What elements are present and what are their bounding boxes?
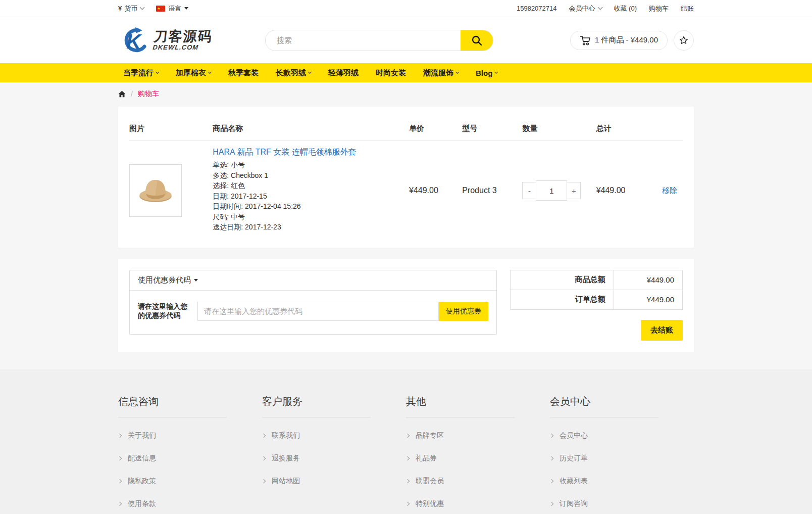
nav-item[interactable]: 加厚棉衣: [176, 68, 211, 78]
search-button[interactable]: [461, 30, 493, 51]
order-totals: 商品总额 ¥449.00 订单总额 ¥449.00 去结账: [510, 270, 683, 341]
chevron-down-icon: [140, 5, 145, 10]
footer-link-label[interactable]: 历史订单: [560, 454, 588, 463]
footer-divider: [118, 417, 227, 417]
currency-selector[interactable]: ¥ 货币: [118, 4, 144, 13]
footer-column-title: 其他: [406, 395, 550, 408]
col-header-total: 总计: [596, 118, 662, 141]
nav-item-label: 秋季套装: [228, 68, 259, 78]
footer-link-item[interactable]: 网站地图: [262, 477, 406, 486]
chevron-right-icon: [262, 433, 266, 437]
cart-icon: [580, 35, 591, 45]
coupon-box: 使用优惠券代码 请在这里输入您的优惠券代码 使用优惠券: [129, 270, 497, 335]
footer-link-label[interactable]: 联系我们: [272, 431, 300, 440]
chevron-down-icon: [597, 5, 602, 10]
chevron-right-icon: [405, 501, 410, 505]
product-option: 日期时间: 2017-12-04 15:26: [213, 201, 409, 212]
footer-link-label[interactable]: 礼品券: [416, 454, 437, 463]
nav-item[interactable]: 秋季套装: [228, 68, 259, 78]
header: K 刀客源码 DKEWL.COM: [0, 17, 812, 63]
coupon-code-input[interactable]: [197, 302, 439, 321]
footer-link-label[interactable]: 联盟会员: [416, 477, 444, 486]
triangle-down-icon: [194, 279, 198, 282]
footer-link-item[interactable]: 退换服务: [262, 454, 406, 463]
product-thumbnail[interactable]: [129, 164, 182, 217]
search-bar: [265, 30, 493, 51]
coupon-panel-toggle[interactable]: 使用优惠券代码: [130, 270, 496, 291]
footer-link-item[interactable]: 特别优惠: [406, 499, 550, 508]
quantity-decrease-button[interactable]: -: [522, 182, 536, 199]
footer-link-item[interactable]: 隐私政策: [118, 477, 262, 486]
quantity-increase-button[interactable]: +: [567, 182, 581, 199]
footer-column-title: 会员中心: [550, 395, 694, 408]
cart-pill-label: 1 件商品 - ¥449.00: [595, 35, 658, 45]
nav-item[interactable]: 长款羽绒: [276, 68, 311, 78]
currency-label: 货币: [124, 4, 137, 13]
footer-link-item[interactable]: 收藏列表: [550, 477, 694, 486]
footer-link-label[interactable]: 关于我们: [128, 431, 156, 440]
footer-link-item[interactable]: 配送信息: [118, 454, 262, 463]
language-selector[interactable]: ★ 语言: [156, 4, 188, 13]
nav-item[interactable]: 时尚女装: [376, 68, 406, 78]
wishlist-button[interactable]: [674, 30, 694, 51]
footer-link-item[interactable]: 使用条款: [118, 499, 262, 508]
logo-title: 刀客源码: [153, 29, 213, 43]
footer-link-item[interactable]: 联系我们: [262, 431, 406, 440]
nav-item[interactable]: 轻薄羽绒: [328, 68, 359, 78]
totals-value: ¥449.00: [614, 270, 682, 290]
topbar-link[interactable]: 结账: [681, 4, 694, 13]
footer-link-label[interactable]: 订阅咨询: [560, 499, 588, 508]
footer-link-label[interactable]: 隐私政策: [128, 477, 156, 486]
cart-panel: 图片 商品名称 单价 型号 数量 总计: [118, 107, 694, 248]
footer-link-label[interactable]: 会员中心: [560, 431, 588, 440]
search-input[interactable]: [266, 30, 461, 51]
nav-item[interactable]: Blog: [476, 69, 497, 77]
apply-coupon-button[interactable]: 使用优惠券: [439, 302, 488, 321]
footer-link-label[interactable]: 特别优惠: [416, 499, 444, 508]
footer-divider: [550, 417, 658, 417]
footer-link-item[interactable]: 订阅咨询: [550, 499, 694, 508]
footer-column: 客户服务 联系我们 退换服务: [262, 395, 406, 508]
footer-link-label[interactable]: 退换服务: [272, 454, 300, 463]
coupon-panel-title: 使用优惠券代码: [138, 275, 191, 285]
footer-link-label[interactable]: 网站地图: [272, 477, 300, 486]
footer-link-item[interactable]: 历史订单: [550, 454, 694, 463]
footer-link-item[interactable]: 品牌专区: [406, 431, 550, 440]
topbar-link[interactable]: 会员中心: [569, 4, 602, 13]
svg-text:K: K: [126, 30, 142, 53]
nav-item-label: 长款羽绒: [276, 68, 306, 78]
product-name-link[interactable]: HARA 新品 TRF 女装 连帽毛领棉服外套: [213, 147, 356, 158]
nav-item[interactable]: 当季流行: [123, 68, 159, 78]
breadcrumb-home[interactable]: [118, 90, 126, 98]
product-option: 送达日期: 2017-12-23: [213, 222, 409, 232]
footer-link-label[interactable]: 收藏列表: [560, 477, 588, 486]
quantity-input[interactable]: [536, 180, 567, 201]
chevron-down-icon: [308, 70, 312, 73]
footer-link-item[interactable]: 关于我们: [118, 431, 262, 440]
footer-link-item[interactable]: 会员中心: [550, 431, 694, 440]
site-logo[interactable]: K 刀客源码 DKEWL.COM: [118, 26, 265, 55]
footer-column: 信息咨询 关于我们 配送信息: [118, 395, 262, 508]
nav-item-label: 当季流行: [123, 68, 154, 78]
footer-link-label[interactable]: 品牌专区: [416, 431, 444, 440]
nav-item[interactable]: 潮流服饰: [423, 68, 459, 78]
checkout-button[interactable]: 去结账: [641, 320, 683, 341]
header-cart-summary[interactable]: 1 件商品 - ¥449.00: [570, 31, 668, 50]
logo-subtitle: DKEWL.COM: [153, 43, 212, 51]
topbar-link-label: 收藏 (0): [614, 4, 637, 13]
footer-column-title: 信息咨询: [118, 395, 262, 408]
totals-value: ¥449.00: [614, 290, 682, 309]
chevron-right-icon: [405, 456, 410, 460]
footer-link-item[interactable]: 联盟会员: [406, 477, 550, 486]
col-header-actions: [662, 118, 683, 141]
nav-item-label: 时尚女装: [376, 68, 406, 78]
footer-divider: [406, 417, 515, 417]
line-total-cell: ¥449.00: [596, 141, 662, 232]
footer-link-item[interactable]: 礼品券: [406, 454, 550, 463]
remove-item-link[interactable]: 移除: [662, 186, 677, 195]
chevron-right-icon: [262, 479, 266, 483]
footer-link-label[interactable]: 使用条款: [128, 499, 156, 508]
topbar-link[interactable]: 购物车: [649, 4, 669, 13]
footer-link-label[interactable]: 配送信息: [128, 454, 156, 463]
topbar-link[interactable]: 收藏 (0): [614, 4, 637, 13]
